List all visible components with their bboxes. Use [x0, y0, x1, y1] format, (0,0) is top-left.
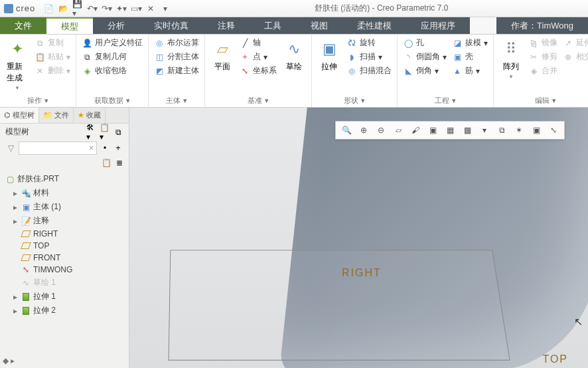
pattern-label: 阵列 [503, 61, 519, 72]
filter-input[interactable]: × [19, 141, 97, 155]
qat-menu-icon[interactable]: ▾ [160, 3, 171, 14]
tree-root[interactable]: ▢舒肤佳.PRT [3, 172, 126, 186]
tab-view[interactable]: 视图 [296, 17, 342, 34]
saved-views-icon[interactable]: ▦ [443, 124, 457, 137]
plane-button[interactable]: ▱ 平面 [210, 37, 234, 74]
tab-file[interactable]: 文件 [0, 17, 46, 34]
tree-sketch1[interactable]: ∿草绘 1 [3, 276, 126, 290]
tree-csys[interactable]: ⤡TIMWONG [3, 264, 126, 276]
clear-icon[interactable]: × [89, 143, 94, 153]
splitbody-button[interactable]: ◫分割主体 [154, 51, 199, 62]
copygeom-button[interactable]: ⧉复制几何 [82, 51, 143, 62]
tree-front-plane[interactable]: FRONT [3, 252, 126, 264]
revolve-button[interactable]: 🗘旋转 [346, 37, 392, 48]
point-display-icon[interactable]: ▣ [530, 124, 543, 137]
expand-icon[interactable]: ▸ [12, 203, 19, 212]
mirror-button[interactable]: ⧎镜像 [528, 37, 557, 48]
axis-button[interactable]: ╱轴 [240, 37, 277, 48]
regenerate-button[interactable]: ✦ 重新生成 ▼ [5, 37, 29, 92]
tab-annotate[interactable]: 注释 [203, 17, 250, 34]
sweep-button[interactable]: ◗扫描 ▾ [346, 51, 392, 62]
axis-display-icon[interactable]: ✶ [512, 124, 526, 137]
mirror-icon: ⧎ [528, 38, 539, 48]
display-style-icon[interactable]: ▣ [426, 124, 439, 137]
merge-button[interactable]: ◈合并 [528, 65, 557, 76]
regen-icon[interactable]: ✦▾ [116, 3, 127, 14]
tree-columns-icon[interactable]: ⧉ [113, 127, 123, 138]
add-icon[interactable]: + [113, 143, 123, 153]
csys-icon: ⤡ [240, 66, 250, 76]
extrude-button[interactable]: ▣ 拉伸 [317, 37, 341, 74]
tree-top-plane[interactable]: TOP [3, 240, 126, 252]
newbody-label: 新建主体 [167, 65, 199, 76]
intersect-button[interactable]: ⊗相交 [563, 51, 588, 62]
shell-button[interactable]: ▣壳 [452, 51, 488, 62]
tree-annotations[interactable]: ▸📝注释 [3, 214, 126, 228]
open-file-icon[interactable]: 📂 [58, 3, 68, 14]
expand-icon[interactable]: ▸ [12, 217, 19, 226]
viewport-3d[interactable]: RIGHT TOP 🔍 ⊕ ⊖ ▱ 🖌 ▣ ▦ ▩ ▾ ⧉ ✶ ▣ ⤡ ↖ [129, 108, 588, 368]
perspective-icon[interactable]: ▩ [461, 124, 474, 137]
tree-extrude2[interactable]: ▸拉伸 2 [3, 304, 126, 318]
zoom-in-icon[interactable]: ⊕ [357, 124, 370, 137]
group-engineering: ◯孔 ◝倒圆角 ▾ ◣倒角 ▾ ◪拔模 ▾ ▣壳 ▲筋 ▾ 工程 ▾ [398, 35, 494, 107]
newbody-button[interactable]: ◩新建主体 [154, 65, 199, 76]
refit-icon[interactable]: 🔍 [340, 124, 353, 137]
close-window-icon[interactable]: ✕ [145, 3, 156, 14]
zoom-out-icon[interactable]: ⊖ [374, 124, 388, 137]
delete-button[interactable]: ✕删除 ▾ [35, 65, 70, 76]
expand-icon[interactable]: ▸ [12, 292, 19, 302]
windows-icon[interactable]: ▭▾ [131, 3, 141, 14]
tab-apps[interactable]: 应用程序 [406, 17, 470, 34]
sketch-button[interactable]: ∿ 草绘 [282, 37, 306, 74]
tab-flex[interactable]: 柔性建模 [342, 17, 406, 34]
extend-button[interactable]: ↗延伸 [563, 37, 588, 48]
hole-button[interactable]: ◯孔 [403, 37, 447, 48]
round-button[interactable]: ◝倒圆角 ▾ [403, 51, 447, 62]
sweepblend-button[interactable]: ◎扫描混合 [346, 65, 392, 76]
tree-bodies[interactable]: ▸▣主体 (1) [3, 200, 126, 214]
side-tab-files[interactable]: 📁文件 [39, 108, 74, 123]
tree-show-icon[interactable]: 📋▾ [100, 127, 110, 138]
copygeom-icon: ⧉ [82, 52, 92, 62]
datum-display-icon[interactable]: ⧉ [495, 124, 508, 137]
boolean-button[interactable]: ◎布尔运算 [154, 37, 199, 48]
csys-button[interactable]: ⤡坐标系 [240, 65, 277, 76]
side-tab-modeltree[interactable]: ⌬模型树 [0, 108, 39, 123]
insert-marker[interactable]: ◆ ▸ [0, 353, 129, 368]
tree-materials[interactable]: ▸🔩材料 [3, 186, 126, 200]
tab-rtsim[interactable]: 实时仿真 [139, 17, 203, 34]
redo-icon[interactable]: ↷▾ [102, 3, 112, 14]
collapse-icon[interactable]: • [100, 143, 110, 153]
tab-author[interactable]: 作者：TimWong [496, 17, 588, 34]
rib-button[interactable]: ▲筋 ▾ [452, 65, 488, 76]
udf-button[interactable]: 👤用户定义特征 [82, 37, 143, 48]
new-file-icon[interactable]: 📄 [43, 3, 54, 14]
chevron-down-icon[interactable]: ▾ [478, 124, 491, 137]
tree-right-plane[interactable]: RIGHT [3, 228, 126, 240]
shrinkwrap-button[interactable]: ◈收缩包络 [82, 65, 143, 76]
point-button[interactable]: ✦点 ▾ [240, 51, 277, 62]
pattern-button[interactable]: ⠿ 阵列 ▼ [499, 37, 523, 81]
repaint-icon[interactable]: ▱ [392, 124, 405, 137]
tree-view-icon[interactable]: 📋 [101, 157, 111, 168]
chamfer-button[interactable]: ◣倒角 ▾ [403, 65, 447, 76]
copy-button[interactable]: ⧉复制 [35, 37, 70, 48]
save-icon[interactable]: 💾▾ [72, 3, 83, 14]
tree-extrude1[interactable]: ▸拉伸 1 [3, 290, 126, 304]
paste-button[interactable]: 📋粘贴 ▾ [35, 51, 70, 62]
filter-icon[interactable]: ▽ [5, 143, 16, 153]
undo-icon[interactable]: ↶▾ [87, 3, 98, 14]
side-tab-favorites[interactable]: ★收藏 [74, 108, 106, 123]
expand-icon[interactable]: ▸ [12, 189, 19, 198]
tab-tools[interactable]: 工具 [250, 17, 296, 34]
tab-model[interactable]: 模型 [46, 17, 93, 34]
csys-display-icon[interactable]: ⤡ [547, 124, 560, 137]
tree-layers-icon[interactable]: ≣ [114, 157, 125, 168]
spin-icon[interactable]: 🖌 [409, 124, 422, 137]
draft-button[interactable]: ◪拔模 ▾ [452, 37, 488, 48]
tree-settings-icon[interactable]: 🛠▾ [86, 127, 97, 138]
expand-icon[interactable]: ▸ [12, 306, 19, 316]
trim-button[interactable]: ✂修剪 [528, 51, 557, 62]
tab-analysis[interactable]: 分析 [93, 17, 139, 34]
